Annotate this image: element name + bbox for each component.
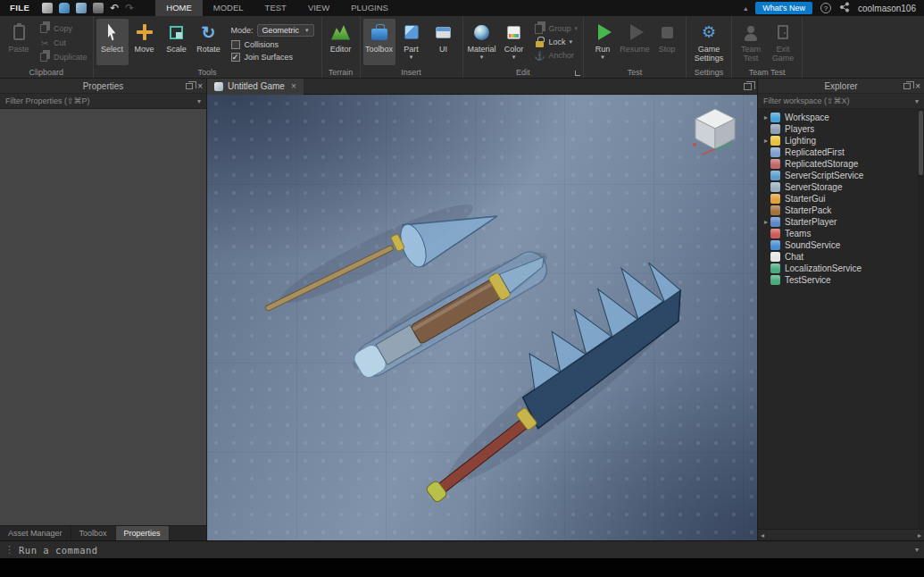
join-surfaces-checkbox[interactable]: ✓ — [231, 53, 240, 62]
properties-filter-input[interactable]: Filter Properties (⇧⌘P) ▾ — [0, 94, 206, 109]
stop-button[interactable]: Stop — [651, 19, 683, 65]
view-selector-cube[interactable] — [693, 109, 735, 155]
join-surfaces-checkbox-row[interactable]: ✓ Join Surfaces — [231, 53, 314, 62]
cut-button[interactable]: ✂Cut — [37, 38, 90, 48]
collisions-label: Collisions — [245, 40, 279, 49]
close-panel-icon[interactable]: × — [915, 82, 920, 91]
open-icon[interactable] — [76, 3, 87, 13]
expand-arrow-icon[interactable]: ▸ — [762, 113, 770, 121]
list-item[interactable]: ▸StarterPlayer — [758, 216, 924, 228]
publish-icon[interactable] — [59, 3, 70, 13]
list-item[interactable]: Teams — [758, 228, 924, 239]
lock-button[interactable]: Lock▾ — [532, 37, 581, 47]
rotate-tool-button[interactable]: ↻ Rotate — [193, 19, 225, 65]
list-item[interactable]: ReplicatedFirst — [758, 146, 924, 158]
list-item[interactable]: ServerStorage — [758, 181, 924, 193]
list-item[interactable]: Chat — [758, 251, 924, 263]
help-icon[interactable]: ? — [820, 3, 831, 13]
mode-dropdown[interactable]: Geometric ▾ — [257, 24, 314, 37]
command-bar[interactable]: ⋮ Run a command ▾ — [0, 540, 924, 558]
3d-viewport[interactable] — [207, 95, 757, 540]
collisions-checkbox[interactable] — [231, 40, 240, 49]
list-item[interactable]: StarterGui — [758, 193, 924, 205]
scroll-left-icon[interactable]: ◂ — [761, 531, 764, 539]
collisions-checkbox-row[interactable]: Collisions — [231, 40, 314, 49]
float-window-icon[interactable] — [744, 83, 752, 90]
chevron-down-icon[interactable]: ▾ — [601, 54, 604, 60]
redo-icon[interactable]: ↷ — [125, 3, 134, 13]
select-label: Select — [101, 45, 123, 54]
expand-arrow-icon[interactable]: ▸ — [762, 218, 770, 226]
tab-test[interactable]: TEST — [254, 0, 297, 16]
list-item[interactable]: ServerScriptService — [758, 170, 924, 181]
explorer-filter-input[interactable]: Filter workspace (⇧⌘X) ▾ — [758, 94, 924, 109]
material-button[interactable]: Material ▾ — [466, 19, 498, 65]
list-item[interactable]: ▸Workspace — [758, 112, 924, 123]
undo-icon[interactable]: ↶ — [110, 3, 119, 13]
saw-blade-model[interactable] — [393, 248, 695, 508]
tab-home[interactable]: HOME — [155, 0, 203, 16]
save-icon[interactable] — [42, 3, 53, 13]
document-tab[interactable]: Untitled Game × — [207, 79, 304, 95]
whats-new-button[interactable]: What's New — [755, 2, 812, 14]
username[interactable]: coolmason106 — [858, 4, 916, 13]
chevron-down-icon[interactable]: ▾ — [915, 546, 919, 554]
list-item[interactable]: TestService — [758, 274, 924, 286]
properties-panel-header[interactable]: Properties × — [0, 79, 206, 94]
chevron-down-icon[interactable]: ▾ — [410, 54, 413, 60]
float-panel-icon[interactable] — [903, 83, 911, 89]
select-tool-button[interactable]: Select — [96, 19, 129, 65]
tools-group: Select Move Scale ↻ Rotate Mode: Geometr… — [94, 16, 322, 78]
scroll-right-icon[interactable]: ▸ — [918, 531, 921, 539]
tab-model[interactable]: MODEL — [203, 0, 254, 16]
toolbox-button[interactable]: Toolbox — [363, 19, 395, 65]
explorer-vertical-scrollbar[interactable] — [918, 109, 924, 529]
tree-item-label: TestService — [785, 275, 831, 285]
chevron-down-icon[interactable]: ▾ — [197, 97, 201, 105]
explorer-horizontal-scrollbar[interactable]: ◂ ▸ — [758, 529, 924, 540]
file-menu-button[interactable]: FILE — [0, 0, 39, 16]
list-item[interactable]: ▸Lighting — [758, 135, 924, 146]
anchor-button[interactable]: ⚓Anchor — [532, 50, 581, 61]
scrollbar-thumb[interactable] — [919, 111, 923, 175]
list-item[interactable]: SoundService — [758, 239, 924, 251]
list-item[interactable]: LocalizationService — [758, 263, 924, 274]
list-item[interactable]: ReplicatedStorage — [758, 158, 924, 170]
scale-tool-button[interactable]: Scale — [161, 19, 193, 65]
group-button[interactable]: Group▾ — [532, 23, 581, 34]
exit-game-button[interactable]: Exit Game — [767, 19, 799, 65]
command-input[interactable]: Run a command — [19, 545, 98, 556]
copy-button[interactable]: Copy — [37, 23, 90, 34]
tab-properties[interactable]: Properties — [116, 526, 170, 540]
list-item[interactable]: Players — [758, 123, 924, 135]
paste-button[interactable]: Paste — [3, 19, 35, 65]
expand-arrow-icon[interactable]: ▸ — [762, 137, 770, 145]
resume-button[interactable]: Resume — [619, 19, 651, 65]
explorer-panel-header[interactable]: Explorer × — [758, 79, 924, 94]
game-settings-button[interactable]: ⚙ Game Settings — [689, 19, 728, 65]
close-panel-icon[interactable]: × — [197, 82, 203, 91]
team-test-button[interactable]: Team Test — [735, 19, 767, 65]
chevron-down-icon[interactable]: ▾ — [512, 54, 516, 60]
collapse-ribbon-icon[interactable]: ▴ — [744, 4, 747, 13]
share-icon[interactable] — [839, 2, 850, 14]
color-button[interactable]: Color ▾ — [498, 19, 530, 65]
move-tool-button[interactable]: Move — [129, 19, 161, 65]
terrain-editor-button[interactable]: Editor — [325, 19, 357, 65]
run-button[interactable]: Run ▾ — [587, 19, 619, 65]
chevron-down-icon[interactable]: ▾ — [480, 54, 484, 60]
duplicate-button[interactable]: Duplicate — [37, 52, 90, 63]
command-bar-grip-icon[interactable]: ⋮ — [0, 544, 19, 556]
close-tab-icon[interactable]: × — [291, 81, 296, 91]
chevron-down-icon[interactable]: ▾ — [915, 97, 919, 105]
list-item[interactable]: StarterPack — [758, 205, 924, 216]
tab-view[interactable]: VIEW — [297, 0, 340, 16]
float-panel-icon[interactable] — [186, 83, 193, 89]
tab-toolbox[interactable]: Toolbox — [71, 526, 116, 540]
toolbar-customize-icon[interactable] — [93, 3, 104, 13]
ui-button[interactable]: UI — [428, 19, 460, 65]
tab-plugins[interactable]: PLUGINS — [340, 0, 399, 16]
tab-asset-manager[interactable]: Asset Manager — [0, 526, 71, 540]
tree-item-label: Workspace — [785, 113, 829, 122]
part-button[interactable]: Part ▾ — [395, 19, 428, 65]
